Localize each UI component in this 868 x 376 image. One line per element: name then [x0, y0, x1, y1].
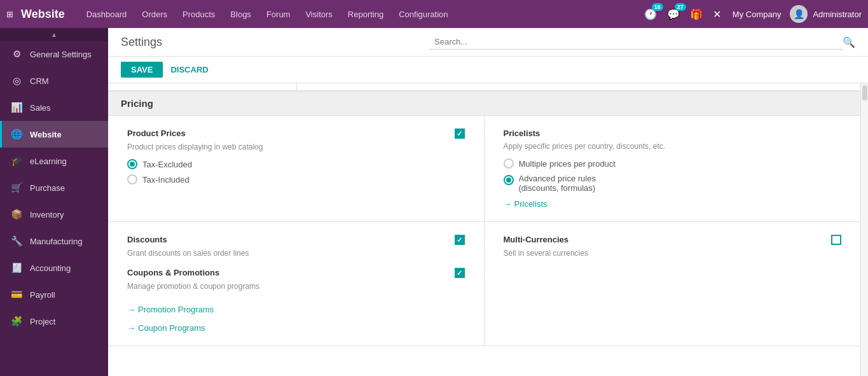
coupons-links: → Promotion Programs → Coupon Programs — [127, 298, 465, 333]
sidebar-item-manufacturing[interactable]: 🔧 Manufacturing — [0, 228, 108, 254]
multiple-prices-radio[interactable] — [504, 158, 514, 169]
coupon-arrow-icon: → — [127, 323, 135, 333]
avatar[interactable]: 👤 — [790, 5, 808, 23]
topbar-right: 🕐 16 💬 27 🎁 ✕ My Company 👤 Administrator — [642, 5, 862, 23]
content-area: Pricing Product Prices ✓ Product prices … — [108, 83, 860, 376]
pricelists-title: Pricelists — [504, 129, 541, 138]
sidebar-item-crm[interactable]: ◎ CRM — [0, 67, 108, 94]
sales-icon: 📊 — [10, 101, 24, 115]
tax-excluded-label: Tax-Excluded — [142, 160, 192, 169]
discounts-checkbox[interactable]: ✓ — [455, 235, 465, 245]
save-button[interactable]: SAVE — [121, 62, 163, 78]
product-prices-cell: Product Prices ✓ Product prices displayi… — [108, 116, 485, 221]
sidebar-label-accounting: Accounting — [30, 263, 71, 273]
discounts-coupons-cell: Discounts ✓ Grant discounts on sales ord… — [108, 222, 485, 346]
coupon-programs-link[interactable]: → Coupon Programs — [127, 323, 465, 333]
close-icon[interactable]: ✕ — [710, 6, 724, 23]
sidebar-item-inventory[interactable]: 📦 Inventory — [0, 201, 108, 228]
nav-configuration[interactable]: Configuration — [392, 6, 454, 23]
tax-radio-group: Tax-Excluded Tax-Included — [127, 159, 465, 185]
nav-blogs[interactable]: Blogs — [224, 6, 258, 23]
nav-orders[interactable]: Orders — [135, 6, 174, 23]
sidebar: ▲ ⚙ General Settings ◎ CRM 📊 Sales 🌐 Web… — [0, 28, 108, 376]
tax-excluded-option[interactable]: Tax-Excluded — [127, 159, 465, 169]
elearning-icon: 🎓 — [10, 154, 24, 168]
advanced-price-option[interactable]: Advanced price rules(discounts, formulas… — [504, 174, 842, 193]
tax-excluded-radio[interactable] — [127, 159, 137, 169]
content-scrollbar[interactable] — [860, 83, 868, 376]
coupons-check-icon: ✓ — [457, 269, 462, 277]
discounts-section: Discounts ✓ Grant discounts on sales ord… — [127, 235, 465, 258]
pricelists-radio-group: Multiple prices per product Advanced pri… — [504, 158, 842, 193]
coupons-desc: Manage promotion & coupon programs — [127, 282, 465, 291]
sidebar-label-sales: Sales — [30, 103, 51, 113]
project-icon: 🧩 — [10, 314, 24, 328]
activity-icon[interactable]: 🕐 16 — [642, 6, 659, 23]
nav-reporting[interactable]: Reporting — [341, 6, 390, 23]
search-area: 🔍 — [410, 34, 855, 50]
messages-icon[interactable]: 💬 27 — [665, 6, 682, 23]
multiple-prices-option[interactable]: Multiple prices per product — [504, 158, 842, 169]
grid-icon[interactable]: ⊞ — [6, 10, 13, 19]
nav-products[interactable]: Products — [176, 6, 221, 23]
action-bar: SAVE DISCARD — [108, 57, 868, 83]
sidebar-item-project[interactable]: 🧩 Project — [0, 308, 108, 335]
sidebar-item-website[interactable]: 🌐 Website — [0, 121, 108, 148]
nav-dashboard[interactable]: Dashboard — [80, 6, 134, 23]
discard-button[interactable]: DISCARD — [170, 65, 208, 74]
payroll-icon: 💳 — [10, 288, 24, 302]
discounts-check-icon: ✓ — [457, 236, 462, 244]
coupons-checkbox[interactable]: ✓ — [455, 268, 465, 278]
username: Administrator — [813, 10, 862, 19]
coupons-header: Coupons & Promotions ✓ — [127, 268, 465, 278]
pricelists-link[interactable]: → Pricelists — [504, 199, 842, 209]
inventory-icon: 📦 — [10, 207, 24, 221]
sidebar-item-sales[interactable]: 📊 Sales — [0, 94, 108, 121]
main-nav: Dashboard Orders Products Blogs Forum Vi… — [80, 6, 642, 23]
pricing-title: Pricing — [121, 98, 153, 109]
nav-forum[interactable]: Forum — [260, 6, 297, 23]
pricelists-desc: Apply specific prices per country, disco… — [504, 142, 842, 151]
sidebar-label-payroll: Payroll — [30, 290, 55, 300]
multi-currencies-header: Multi-Currencies — [504, 235, 842, 245]
sidebar-scroll-up[interactable]: ▲ — [0, 28, 108, 41]
sidebar-label-inventory: Inventory — [30, 210, 64, 219]
tax-included-radio[interactable] — [127, 174, 137, 185]
nav-visitors[interactable]: Visitors — [299, 6, 338, 23]
discounts-title: Discounts — [127, 235, 167, 244]
promotion-arrow-icon: → — [127, 305, 135, 314]
sidebar-item-general-settings[interactable]: ⚙ General Settings — [0, 41, 108, 67]
product-prices-header: Product Prices ✓ — [127, 129, 465, 139]
multi-currencies-title: Multi-Currencies — [504, 235, 569, 244]
sidebar-label-manufacturing: Manufacturing — [30, 237, 82, 246]
crm-icon: ◎ — [10, 74, 24, 88]
sidebar-label-purchase: Purchase — [30, 183, 65, 193]
sidebar-item-accounting[interactable]: 🧾 Accounting — [0, 254, 108, 281]
sidebar-item-purchase[interactable]: 🛒 Purchase — [0, 174, 108, 201]
activity-badge: 16 — [652, 3, 663, 11]
multi-currencies-checkbox[interactable] — [831, 235, 841, 245]
sidebar-item-elearning[interactable]: 🎓 eLearning — [0, 148, 108, 174]
advanced-price-label: Advanced price rules(discounts, formulas… — [519, 174, 596, 193]
website-icon: 🌐 — [10, 127, 24, 141]
settings-title: Settings — [121, 36, 162, 49]
accounting-icon: 🧾 — [10, 261, 24, 275]
discounts-header: Discounts ✓ — [127, 235, 465, 245]
purchase-icon: 🛒 — [10, 181, 24, 195]
sidebar-label-crm: CRM — [30, 76, 49, 86]
company-name: My Company — [733, 10, 782, 19]
gift-icon[interactable]: 🎁 — [687, 6, 705, 23]
tax-included-label: Tax-Included — [142, 175, 189, 185]
pricing-top-grid: Product Prices ✓ Product prices displayi… — [108, 116, 860, 222]
product-prices-desc: Product prices displaying in web catalog — [127, 143, 465, 151]
tax-included-option[interactable]: Tax-Included — [127, 174, 465, 185]
search-input[interactable] — [429, 34, 843, 50]
product-prices-checkbox[interactable]: ✓ — [455, 129, 465, 139]
sidebar-label-project: Project — [30, 317, 55, 326]
promotion-programs-link[interactable]: → Promotion Programs — [127, 305, 465, 314]
sidebar-item-payroll[interactable]: 💳 Payroll — [0, 281, 108, 308]
advanced-price-radio[interactable] — [504, 175, 514, 185]
promotion-programs-label: Promotion Programs — [138, 305, 214, 314]
search-icon[interactable]: 🔍 — [843, 36, 855, 48]
pricelists-header: Pricelists — [504, 129, 842, 138]
